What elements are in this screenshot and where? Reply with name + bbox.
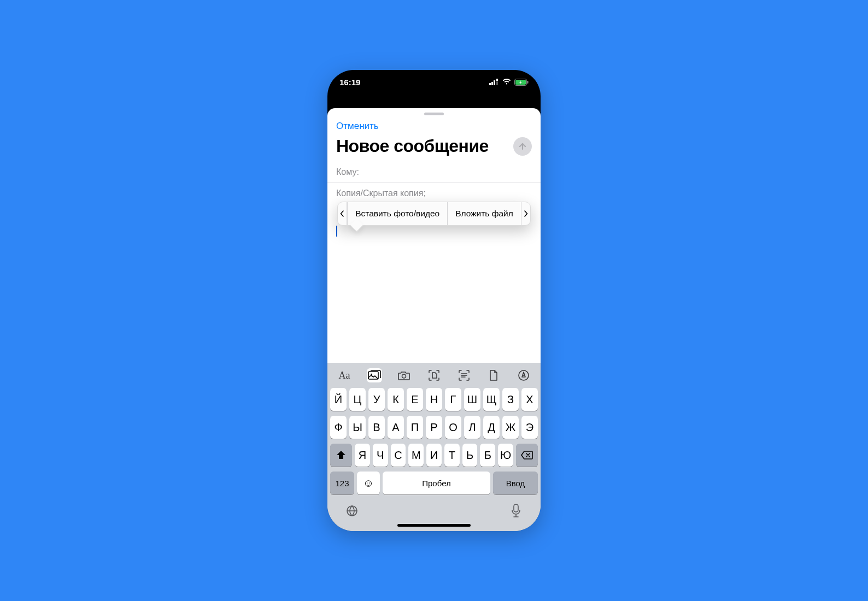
attach-document-button[interactable] xyxy=(486,368,501,382)
keyboard-toolbar: Aa xyxy=(329,365,539,388)
space-key[interactable]: Пробел xyxy=(383,472,490,494)
home-indicator[interactable] xyxy=(397,524,471,527)
photo-library-button[interactable] xyxy=(367,368,382,382)
key[interactable]: С xyxy=(391,444,406,467)
page-title: Новое сообщение xyxy=(336,136,489,156)
key[interactable]: Г xyxy=(445,388,461,411)
emoji-key[interactable]: ☺ xyxy=(357,472,380,494)
svg-rect-2 xyxy=(494,80,495,85)
send-button[interactable] xyxy=(513,137,532,156)
signal-icon xyxy=(489,79,499,85)
key[interactable]: Я xyxy=(355,444,370,467)
keyboard-row-4: 123 ☺ Пробел Ввод xyxy=(329,472,539,494)
context-menu: Вставить фото/видео Вложить файл xyxy=(337,202,531,226)
key[interactable]: Т xyxy=(444,444,460,467)
key[interactable]: А xyxy=(388,416,404,439)
cancel-button[interactable]: Отменить xyxy=(336,121,379,132)
key[interactable]: Б xyxy=(480,444,495,467)
dictation-key[interactable] xyxy=(508,503,524,518)
svg-rect-1 xyxy=(491,82,493,85)
key[interactable]: Ч xyxy=(373,444,388,467)
svg-rect-7 xyxy=(527,81,529,84)
key[interactable]: Ю xyxy=(498,444,513,467)
svg-point-10 xyxy=(402,374,406,378)
status-bar: 16:19 xyxy=(327,70,541,94)
key[interactable]: Й xyxy=(330,388,347,411)
message-body[interactable]: Вставить фото/видео Вложить файл xyxy=(327,204,541,363)
key[interactable]: М xyxy=(408,444,424,467)
key[interactable]: О xyxy=(445,416,461,439)
status-time: 16:19 xyxy=(339,78,360,87)
keyboard: Aa xyxy=(327,363,541,531)
shift-key[interactable] xyxy=(330,444,352,467)
key[interactable]: П xyxy=(407,416,423,439)
key[interactable]: И xyxy=(426,444,442,467)
key[interactable]: Д xyxy=(483,416,500,439)
compose-sheet: Отменить Новое сообщение Кому: Копия/Скр… xyxy=(327,108,541,531)
svg-point-9 xyxy=(371,374,372,375)
scan-text-button[interactable] xyxy=(456,368,472,382)
camera-button[interactable] xyxy=(396,368,412,382)
key[interactable]: З xyxy=(502,388,519,411)
key[interactable]: Ж xyxy=(502,416,519,439)
battery-icon xyxy=(514,79,529,86)
key[interactable]: Ь xyxy=(462,444,478,467)
globe-key[interactable] xyxy=(344,503,360,518)
keyboard-row-1: Й Ц У К Е Н Г Ш Щ З Х xyxy=(329,388,539,411)
key[interactable]: Е xyxy=(407,388,423,411)
key[interactable]: К xyxy=(388,388,404,411)
key[interactable]: Л xyxy=(464,416,480,439)
phone-frame: 16:19 Отменить Новое сообщение Кому: xyxy=(327,70,541,531)
wifi-icon xyxy=(502,79,511,85)
attach-file-button[interactable]: Вложить файл xyxy=(447,202,521,225)
sheet-grabber[interactable] xyxy=(424,113,444,115)
svg-rect-4 xyxy=(496,81,498,85)
backspace-key[interactable] xyxy=(516,444,538,467)
key[interactable]: Щ xyxy=(483,388,500,411)
svg-rect-13 xyxy=(514,504,518,512)
keyboard-row-2: Ф Ы В А П Р О Л Д Ж Э xyxy=(329,416,539,439)
keyboard-bottom-bar xyxy=(329,498,539,521)
key[interactable]: Э xyxy=(521,416,538,439)
key[interactable]: Р xyxy=(426,416,442,439)
keyboard-row-3: Я Ч С М И Т Ь Б Ю xyxy=(329,444,539,467)
key[interactable]: Х xyxy=(521,388,538,411)
cc-bcc-field[interactable]: Копия/Скрытая копия; xyxy=(327,183,541,204)
key[interactable]: Н xyxy=(426,388,442,411)
to-label: Кому: xyxy=(336,167,359,176)
text-style-button[interactable]: Aa xyxy=(337,368,352,382)
context-menu-prev[interactable] xyxy=(338,202,347,225)
svg-rect-0 xyxy=(489,83,491,85)
numbers-key[interactable]: 123 xyxy=(330,472,354,494)
key[interactable]: Ц xyxy=(349,388,366,411)
context-menu-next[interactable] xyxy=(521,202,530,225)
status-right xyxy=(489,79,529,86)
scan-document-button[interactable] xyxy=(426,368,442,382)
key[interactable]: Ш xyxy=(464,388,480,411)
to-field[interactable]: Кому: xyxy=(327,162,541,183)
enter-key[interactable]: Ввод xyxy=(493,472,538,494)
insert-photo-video-button[interactable]: Вставить фото/видео xyxy=(347,202,447,225)
key[interactable]: Ф xyxy=(330,416,347,439)
markup-button[interactable] xyxy=(516,368,531,382)
text-cursor xyxy=(336,226,337,237)
key[interactable]: У xyxy=(368,388,385,411)
key[interactable]: Ы xyxy=(349,416,366,439)
key[interactable]: В xyxy=(368,416,385,439)
svg-rect-3 xyxy=(496,79,498,81)
cc-bcc-label: Копия/Скрытая копия; xyxy=(336,188,426,198)
